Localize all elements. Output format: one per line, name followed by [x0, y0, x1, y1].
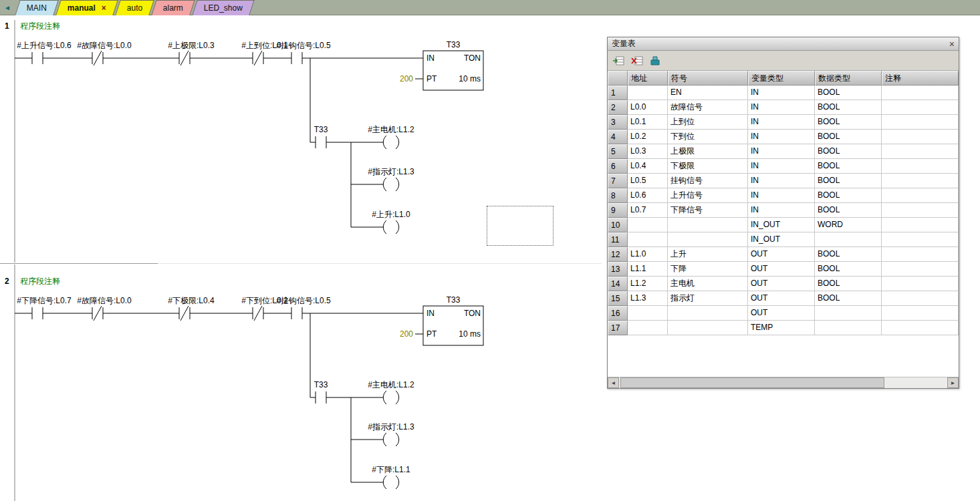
- cell-var-type[interactable]: IN: [748, 188, 815, 203]
- cell-var-type[interactable]: IN: [748, 203, 815, 218]
- cell-data-type[interactable]: BOOL: [815, 291, 882, 306]
- cell-address[interactable]: [628, 218, 668, 232]
- cell-data-type[interactable]: BOOL: [815, 115, 882, 130]
- cell-address[interactable]: L0.0: [628, 100, 668, 115]
- cell-data-type[interactable]: BOOL: [815, 203, 882, 218]
- cell-address[interactable]: L0.1: [628, 115, 668, 130]
- cell-symbol[interactable]: 指示灯: [668, 291, 748, 306]
- selection-box[interactable]: [487, 206, 554, 246]
- row-number[interactable]: 14: [608, 277, 628, 291]
- coil[interactable]: #指示灯:L1.3: [368, 422, 414, 446]
- cell-data-type[interactable]: BOOL: [815, 130, 882, 144]
- cell-var-type[interactable]: IN: [748, 100, 815, 115]
- cell-data-type[interactable]: BOOL: [815, 262, 882, 277]
- cell-var-type[interactable]: OUT: [748, 247, 815, 262]
- cell-symbol[interactable]: [668, 321, 748, 335]
- cell-var-type[interactable]: IN: [748, 86, 815, 100]
- cell-var-type[interactable]: IN: [748, 130, 815, 144]
- tab-led_show[interactable]: LED_show: [193, 0, 255, 15]
- cell-data-type[interactable]: [815, 321, 882, 335]
- cell-symbol[interactable]: [668, 306, 748, 321]
- cell-comment[interactable]: [882, 188, 959, 203]
- cell-address[interactable]: L0.2: [628, 130, 668, 144]
- cell-symbol[interactable]: 上极限: [668, 144, 748, 159]
- row-number[interactable]: 10: [608, 218, 628, 232]
- row-number[interactable]: 2: [608, 100, 628, 115]
- row-number[interactable]: 5: [608, 144, 628, 159]
- cell-data-type[interactable]: BOOL: [815, 188, 882, 203]
- cell-symbol[interactable]: 上升: [668, 247, 748, 262]
- cell-data-type[interactable]: BOOL: [815, 100, 882, 115]
- nc-contact[interactable]: #上极限:L0.3: [168, 41, 215, 65]
- cell-comment[interactable]: [882, 306, 959, 321]
- row-number[interactable]: 17: [608, 321, 628, 335]
- cell-comment[interactable]: [882, 262, 959, 277]
- cell-data-type[interactable]: [815, 306, 882, 321]
- nc-contact[interactable]: #故障信号:L0.0: [77, 41, 132, 65]
- cell-comment[interactable]: [882, 159, 959, 174]
- tab-scroll-left-icon[interactable]: ◄: [2, 3, 13, 13]
- cell-data-type[interactable]: BOOL: [815, 277, 882, 291]
- cell-var-type[interactable]: TEMP: [748, 321, 815, 335]
- cell-var-type[interactable]: OUT: [748, 277, 815, 291]
- cell-address[interactable]: [628, 86, 668, 100]
- row-number[interactable]: 11: [608, 232, 628, 247]
- coil[interactable]: #主电机:L1.2: [368, 125, 414, 149]
- horizontal-scrollbar[interactable]: ◄ ►: [608, 377, 959, 388]
- cell-address[interactable]: L1.1: [628, 262, 668, 277]
- coil[interactable]: #主电机:L1.2: [368, 380, 414, 404]
- close-icon[interactable]: ×: [949, 39, 955, 49]
- coil[interactable]: #下降:L1.1: [372, 465, 410, 489]
- row-number[interactable]: 13: [608, 262, 628, 277]
- cell-comment[interactable]: [882, 115, 959, 130]
- cell-data-type[interactable]: BOOL: [815, 174, 882, 188]
- cell-address[interactable]: L1.0: [628, 247, 668, 262]
- row-number[interactable]: 8: [608, 188, 628, 203]
- cell-address[interactable]: [628, 306, 668, 321]
- cell-var-type[interactable]: IN: [748, 159, 815, 174]
- coil[interactable]: #上升:L1.0: [372, 210, 410, 234]
- tab-main[interactable]: MAIN: [15, 0, 58, 15]
- cell-address[interactable]: L0.7: [628, 203, 668, 218]
- insert-row-icon[interactable]: [612, 54, 626, 67]
- cell-comment[interactable]: [882, 247, 959, 262]
- apply-symbols-icon[interactable]: [648, 54, 662, 67]
- delete-row-icon[interactable]: [630, 54, 644, 67]
- cell-data-type[interactable]: BOOL: [815, 247, 882, 262]
- cell-comment[interactable]: [882, 100, 959, 115]
- tab-alarm[interactable]: alarm: [152, 0, 195, 15]
- cell-comment[interactable]: [882, 232, 959, 247]
- coil[interactable]: #指示灯:L1.3: [368, 167, 414, 191]
- timer-block[interactable]: T33INTONPT10 ms200: [400, 295, 483, 345]
- cell-comment[interactable]: [882, 291, 959, 306]
- cell-address[interactable]: [628, 321, 668, 335]
- cell-var-type[interactable]: IN: [748, 174, 815, 188]
- cell-symbol[interactable]: 上到位: [668, 115, 748, 130]
- cell-address[interactable]: L1.2: [628, 277, 668, 291]
- cell-symbol[interactable]: 主电机: [668, 277, 748, 291]
- cell-symbol[interactable]: EN: [668, 86, 748, 100]
- cell-var-type[interactable]: IN: [748, 115, 815, 130]
- cell-address[interactable]: L0.4: [628, 159, 668, 174]
- cell-comment[interactable]: [882, 203, 959, 218]
- cell-var-type[interactable]: OUT: [748, 291, 815, 306]
- row-number[interactable]: 1: [608, 86, 628, 100]
- row-number[interactable]: 4: [608, 130, 628, 144]
- cell-var-type[interactable]: IN_OUT: [748, 218, 815, 232]
- row-number[interactable]: 16: [608, 306, 628, 321]
- row-number[interactable]: 7: [608, 174, 628, 188]
- cell-symbol[interactable]: 下降信号: [668, 203, 748, 218]
- row-number[interactable]: 9: [608, 203, 628, 218]
- no-contact[interactable]: #挂钩信号:L0.5: [276, 296, 331, 319]
- cell-var-type[interactable]: IN_OUT: [748, 232, 815, 247]
- cell-var-type[interactable]: OUT: [748, 262, 815, 277]
- cell-symbol[interactable]: 下降: [668, 262, 748, 277]
- cell-symbol[interactable]: 下极限: [668, 159, 748, 174]
- cell-symbol[interactable]: 下到位: [668, 130, 748, 144]
- tab-auto[interactable]: auto: [115, 0, 154, 15]
- variable-table-titlebar[interactable]: 变量表 ×: [608, 37, 959, 51]
- cell-address[interactable]: [628, 232, 668, 247]
- no-contact[interactable]: T33: [314, 380, 328, 403]
- cell-data-type[interactable]: [815, 232, 882, 247]
- cell-var-type[interactable]: IN: [748, 144, 815, 159]
